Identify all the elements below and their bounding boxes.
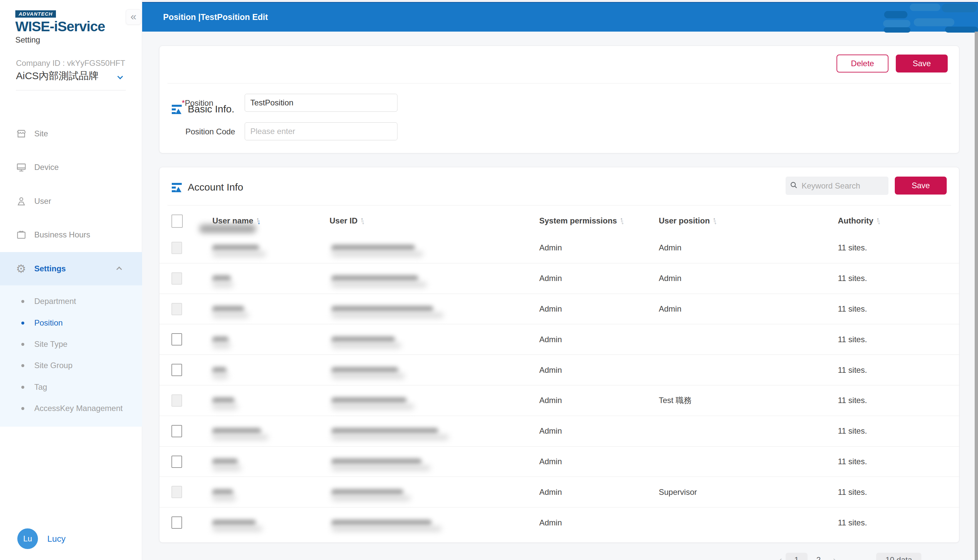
user-id-cell xyxy=(331,233,415,263)
search-input[interactable] xyxy=(802,181,878,190)
vertical-scrollbar[interactable] xyxy=(975,32,978,560)
row-checkbox[interactable] xyxy=(171,456,182,468)
select-all-checkbox[interactable] xyxy=(171,215,183,228)
sort-icon-authority[interactable]: ↑↓ xyxy=(876,216,878,226)
position-input[interactable] xyxy=(245,94,398,112)
account-save-button[interactable]: Save xyxy=(895,177,947,195)
page-size-select[interactable]: 10 data xyxy=(876,553,921,560)
row-checkbox[interactable] xyxy=(171,517,182,529)
user-name-cell xyxy=(212,385,234,416)
pagination-prev-icon[interactable]: ‹ xyxy=(776,555,786,560)
submenu-item-label: Site Group xyxy=(34,355,73,376)
sidebar-item-department[interactable]: Department xyxy=(0,291,142,312)
redaction-ghost xyxy=(331,373,405,379)
row-checkbox[interactable] xyxy=(171,272,182,285)
redacted-user-name xyxy=(212,337,228,343)
table-row: Admin Admin 11 sites. xyxy=(159,233,960,263)
system-permissions-cell: Admin xyxy=(539,416,562,446)
authority-cell: 11 sites. xyxy=(838,294,867,324)
redacted-user-id xyxy=(331,245,415,251)
monitor-icon xyxy=(16,162,27,173)
basic-save-button[interactable]: Save xyxy=(896,55,948,72)
redacted-user-id xyxy=(331,458,421,465)
account-info-title: Account Info xyxy=(188,182,243,193)
sidebar-item-tag[interactable]: Tag xyxy=(0,377,142,398)
avatar-initials: Lu xyxy=(23,534,32,543)
search-icon xyxy=(789,181,798,191)
redaction-ghost xyxy=(212,404,238,409)
delete-button[interactable]: Delete xyxy=(836,55,888,72)
sidebar-item-site-group[interactable]: Site Group xyxy=(0,355,142,376)
sidebar-collapse-button[interactable]: « xyxy=(126,9,141,25)
authority-cell: 11 sites. xyxy=(838,263,867,293)
sidebar: « ADVANTECH WISE-iService Setting Compan… xyxy=(0,0,142,560)
user-id-cell xyxy=(331,263,418,293)
redacted-user-id xyxy=(331,520,431,526)
user-position-cell: Admin xyxy=(659,233,681,263)
company-name: AiCS內部測試品牌 xyxy=(16,69,99,83)
redaction-ghost xyxy=(331,343,401,348)
row-checkbox[interactable] xyxy=(171,242,182,254)
company-chevron-down-icon[interactable] xyxy=(117,74,123,80)
sidebar-item-site-type[interactable]: Site Type xyxy=(0,333,142,355)
redaction-ghost xyxy=(331,526,441,532)
redaction-ghost xyxy=(212,495,236,501)
sidebar-item-site[interactable]: Site xyxy=(0,117,142,150)
row-checkbox[interactable] xyxy=(171,333,182,345)
redacted-user-name xyxy=(212,367,226,373)
row-checkbox[interactable] xyxy=(171,394,182,407)
row-checkbox[interactable] xyxy=(171,425,182,437)
redaction-ghost xyxy=(212,282,233,287)
row-checkbox[interactable] xyxy=(171,486,182,498)
submenu-item-label: Position xyxy=(34,312,63,333)
current-user-link[interactable]: Lucy xyxy=(47,528,65,549)
sort-icon-user-position[interactable]: ↑↓ xyxy=(712,216,715,226)
sidebar-item-position[interactable]: Position xyxy=(0,312,142,333)
redaction-ghost xyxy=(331,404,414,409)
system-permissions-cell: Admin xyxy=(539,447,562,477)
user-id-cell xyxy=(331,416,438,446)
system-permissions-cell: Admin xyxy=(539,355,562,385)
divider xyxy=(16,90,126,90)
sidebar-item-settings[interactable]: ⚙ Settings xyxy=(0,252,142,285)
pagination-page-1[interactable]: 1 xyxy=(786,553,807,560)
pagination-page-2[interactable]: 2 xyxy=(807,553,829,560)
sort-icon-user-id[interactable]: ↑↓ xyxy=(360,216,363,226)
bullet-icon xyxy=(21,322,24,325)
redacted-user-id xyxy=(331,489,403,495)
position-code-input[interactable] xyxy=(245,122,398,140)
user-position-cell: Test 職務 xyxy=(659,385,692,416)
user-id-cell xyxy=(331,385,406,416)
sort-icon-user-name[interactable]: ↑↓ xyxy=(256,216,258,226)
sidebar-item-user[interactable]: User xyxy=(0,185,142,218)
redaction-smudge xyxy=(199,225,256,233)
redacted-user-name xyxy=(212,489,233,495)
sidebar-subtitle: Setting xyxy=(15,35,40,45)
system-permissions-cell: Admin xyxy=(539,263,562,293)
redacted-user-name xyxy=(212,397,234,403)
bullet-icon xyxy=(21,343,24,346)
settings-chevron-up-icon[interactable] xyxy=(117,267,122,272)
avatar[interactable]: Lu xyxy=(17,528,38,549)
sidebar-item-label: Site xyxy=(34,117,48,150)
table-row: Admin 11 sites. xyxy=(159,355,960,385)
row-checkbox[interactable] xyxy=(171,364,182,376)
sort-icon-system-permissions[interactable]: ↑↓ xyxy=(620,216,622,226)
sidebar-item-device[interactable]: Device xyxy=(0,151,142,184)
redaction-ghost xyxy=(331,465,430,470)
sidebar-item-label: Settings xyxy=(34,252,66,285)
authority-cell: 11 sites. xyxy=(838,507,867,538)
pagination-next-icon[interactable]: › xyxy=(829,555,839,560)
sidebar-item-accesskey-management[interactable]: AccessKey Management xyxy=(0,398,142,419)
redaction-ghost xyxy=(212,343,231,348)
authority-cell: 11 sites. xyxy=(838,385,867,416)
redacted-user-id xyxy=(331,275,418,281)
system-permissions-cell: Admin xyxy=(539,324,562,355)
position-label: *Position xyxy=(186,98,213,108)
sidebar-item-business-hours[interactable]: Business Hours xyxy=(0,218,142,252)
bullet-icon xyxy=(21,407,24,410)
redacted-header-item xyxy=(884,27,910,33)
settings-submenu: Department Position Site Type Site Group… xyxy=(0,285,142,427)
row-checkbox[interactable] xyxy=(171,303,182,315)
system-permissions-cell: Admin xyxy=(539,385,562,416)
